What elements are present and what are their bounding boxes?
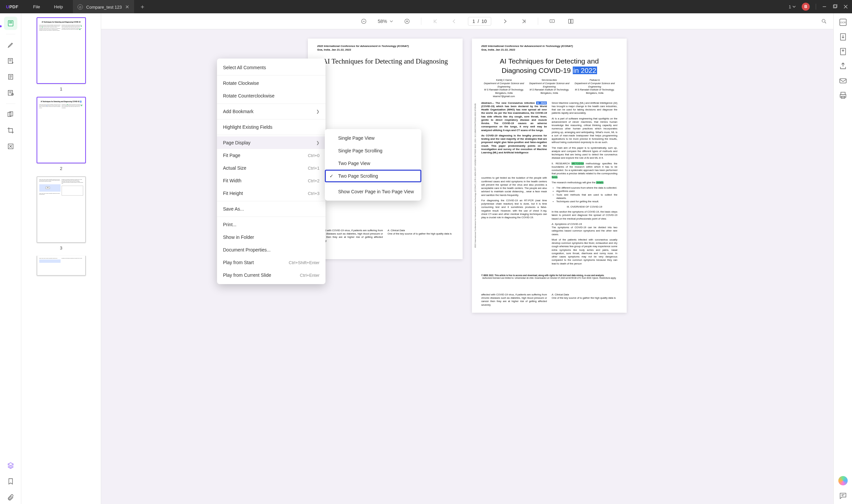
tab-close-icon[interactable]: ✕ — [125, 4, 129, 10]
page-indicator[interactable]: 1 / 10 — [468, 17, 491, 25]
minimize-button[interactable] — [822, 4, 827, 9]
shortcut: Ctrl+3 — [308, 191, 319, 196]
page-footer: © IEEE 2022. This article is free to acc… — [481, 274, 617, 280]
rail-bookmark-button[interactable] — [4, 475, 17, 488]
abstract: As COVID-19 diagnosing is the lengthy pr… — [481, 134, 547, 155]
ctx-add-bookmark[interactable]: Add Bookmark❯ — [217, 105, 325, 118]
two-page-button[interactable] — [566, 17, 575, 26]
section-heading: A. Clinical Data — [388, 229, 454, 232]
search-button[interactable] — [819, 17, 829, 26]
ctx-save-as[interactable]: Save As... — [217, 203, 325, 215]
total-pages: 10 — [482, 19, 487, 24]
title-part: AI Techniques for Detecting and — [500, 57, 599, 65]
window-count[interactable]: 1 — [789, 4, 796, 9]
zoom-in-button[interactable] — [402, 17, 412, 26]
prev-page-button[interactable] — [449, 17, 459, 26]
ctx-play-from-current[interactable]: Play from Current SlideCtrl+Enter — [217, 269, 325, 282]
print-button[interactable] — [839, 91, 847, 100]
author-affil: M S Ramaiah Institute of Technology, — [527, 88, 572, 91]
ocr-button[interactable]: OCR — [839, 18, 847, 26]
thumbnail-item[interactable]: AI Techniques for Detecting and Diagnosi… — [21, 97, 101, 171]
divider — [421, 18, 421, 25]
author-affil: Department of Computer Science and Engin… — [481, 82, 527, 88]
rail-organize-button[interactable] — [4, 108, 17, 121]
maximize-button[interactable] — [833, 4, 837, 9]
menu-help[interactable]: Help — [54, 4, 63, 9]
rail-edit-button[interactable] — [4, 54, 17, 68]
author-affil: Department of Computer Science and Engin… — [527, 82, 572, 88]
body-text: AI is a part of software engineering tha… — [552, 117, 618, 144]
body-text: affected with COVID-19 virus, if patient… — [317, 229, 383, 242]
ai-assistant-button[interactable] — [838, 476, 848, 485]
ctx-highlight-fields[interactable]: Highlight Existing Fields — [217, 121, 325, 133]
paper-title: AI Techniques for Detecting and Diagnosi… — [485, 57, 614, 75]
email-button[interactable] — [839, 76, 847, 85]
zoom-out-button[interactable] — [359, 17, 369, 26]
sub-single-page-view[interactable]: Single Page View — [325, 132, 421, 144]
divider — [217, 75, 325, 75]
new-tab-button[interactable]: ＋ — [134, 3, 151, 11]
ctx-rotate-ccw[interactable]: Rotate Counterclockwise — [217, 89, 325, 102]
body-text: affected with COVID-19 virus, if patient… — [481, 293, 547, 307]
body-text: The main aim of this paper is to systema… — [552, 146, 618, 160]
check-icon: ✓ — [330, 173, 334, 179]
shortcut: Ctrl+Shift+Enter — [289, 260, 320, 265]
ctx-play-from-start[interactable]: Play from StartCtrl+Shift+Enter — [217, 256, 325, 269]
svg-rect-15 — [568, 19, 570, 23]
presentation-button[interactable] — [548, 17, 557, 26]
sub-show-cover-page[interactable]: Show Cover Page in Two Page View — [325, 185, 421, 198]
thumbnail-item[interactable]: Lorem ipsum dolor sit amet consectetur a… — [21, 176, 101, 251]
page-viewport[interactable]: 2022 International Conference for Advanc… — [101, 29, 833, 504]
rail-highlighter-button[interactable] — [4, 38, 17, 52]
body-text: For diagnosing the COVID-19 an RT-PCR (r… — [481, 199, 547, 219]
ctx-show-in-folder[interactable]: Show in Folder — [217, 231, 325, 244]
shortcut: Ctrl+2 — [308, 178, 319, 183]
rail-layers-button[interactable] — [4, 459, 17, 472]
ctx-print[interactable]: Print... — [217, 218, 325, 231]
sub-single-page-scrolling[interactable]: Single Page Scrolling — [325, 144, 421, 157]
comment-button[interactable] — [839, 491, 847, 500]
document-page-right: 2022 International Conference for Advanc… — [472, 39, 627, 313]
sub-two-page-scrolling[interactable]: ✓ Two Page Scrolling — [325, 170, 421, 182]
first-page-button[interactable] — [431, 17, 440, 26]
ctx-page-display[interactable]: Page Display❯ — [217, 137, 325, 149]
paper-title: AI Techniques for Detecting and Diagnosi… — [321, 57, 449, 66]
thumbnail-item[interactable]: AI Techniques for Detecting and Diagnosi… — [21, 17, 101, 91]
rail-thumbnails-button[interactable] — [4, 17, 17, 30]
last-page-button[interactable] — [519, 17, 529, 26]
rail-redact-button[interactable] — [4, 140, 17, 153]
zoom-dropdown[interactable]: 58% — [378, 19, 393, 24]
rail-crop-button[interactable] — [4, 124, 17, 137]
thumbnail-page-3: Lorem ipsum dolor sit amet consectetur a… — [37, 176, 86, 243]
document-tab[interactable]: ⊘ Compare_test 123 ✕ — [73, 0, 134, 13]
svg-rect-0 — [833, 5, 836, 8]
share-button[interactable] — [839, 62, 847, 71]
ctx-document-properties[interactable]: Document Properties... — [217, 244, 325, 256]
rail-attachment-button[interactable] — [4, 491, 17, 504]
menu-file[interactable]: File — [33, 4, 40, 9]
bullet-list: The different sources from where the dat… — [556, 186, 618, 203]
next-page-button[interactable] — [500, 17, 510, 26]
rail-form-button[interactable] — [4, 86, 17, 100]
close-button[interactable] — [844, 4, 848, 9]
export-button[interactable] — [839, 47, 847, 56]
sub-two-page-view[interactable]: Two Page View — [325, 157, 421, 170]
ctx-fit-height[interactable]: Fit HeightCtrl+3 — [217, 187, 325, 200]
thumbnail-page-2: AI Techniques for Detecting and Diagnosi… — [37, 97, 86, 163]
avatar[interactable]: B — [802, 3, 810, 11]
ctx-fit-width[interactable]: Fit WidthCtrl+2 — [217, 174, 325, 187]
zoom-value: 58% — [378, 19, 387, 24]
conference-line: Goa, India. Jan 21-22, 2022 — [481, 48, 617, 52]
ctx-select-all-comments[interactable]: Select All Comments — [217, 61, 325, 74]
ctx-rotate-cw[interactable]: Rotate Clockwise — [217, 77, 325, 89]
page-sep: / — [478, 19, 479, 24]
author-name: Sini Anna Alex — [527, 78, 572, 82]
ctx-actual-size[interactable]: Actual SizeCtrl+1 — [217, 162, 325, 174]
body-text: countries to get tested as the isolation… — [481, 176, 547, 197]
convert-button[interactable] — [839, 33, 847, 41]
right-rail: OCR — [833, 13, 852, 504]
subsection-heading: A. Symptoms of COVID-19 — [552, 222, 618, 226]
thumbnail-item[interactable]: Lorem ipsum dolor sit amet consectetur a… — [21, 256, 101, 276]
rail-pages-button[interactable] — [4, 70, 17, 84]
ctx-fit-page[interactable]: Fit PageCtrl+0 — [217, 149, 325, 162]
